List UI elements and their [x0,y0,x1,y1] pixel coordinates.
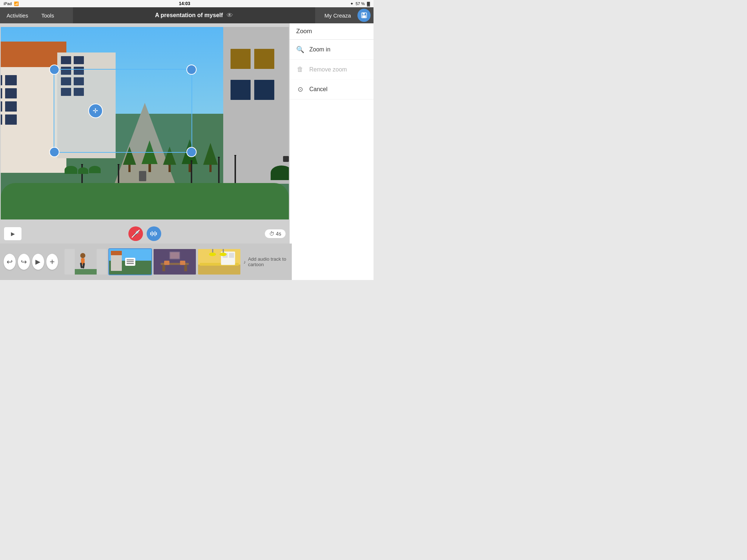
thumb-menu-icon [125,258,135,266]
zoom-handle-bottom-left[interactable] [49,147,59,157]
svg-point-31 [220,253,227,256]
redo-button[interactable]: ↪ [18,254,30,270]
presentation-title: A presentation of myself [155,12,223,19]
time-display: 14:03 [179,1,190,6]
timeline-thumb-3[interactable] [153,248,197,275]
eye-icon[interactable]: 👁 [227,12,233,19]
bottom-toolbar: ↩ ↪ ▶ + [0,244,292,280]
svg-rect-3 [150,232,151,235]
timeline-thumb-4[interactable] [197,248,241,275]
search-icon: 🔍 [296,46,304,54]
activities-button[interactable]: Activities [0,7,35,23]
tools-button[interactable]: Tools [35,7,61,23]
timeline [64,248,241,275]
add-audio-text: Add audio track to cartoon [248,256,288,267]
zoom-panel: Zoom 🔍 Zoom in 🗑 Remove zoom ⊙ Cancel [290,23,374,280]
canvas-area: ✛ ▶ 🎤 [0,23,290,280]
svg-rect-2 [362,15,366,18]
timeline-thumb-2[interactable] [108,248,152,275]
add-button[interactable]: + [46,254,58,270]
device-label: iPad [4,1,12,6]
cancel-icon: ⊙ [296,85,304,93]
svg-rect-21 [170,252,179,258]
scene-container[interactable]: ✛ [1,27,289,219]
duration-badge: ⏱ 4s [264,229,286,238]
my-creaza-button[interactable]: My Creaza [318,7,357,23]
svg-rect-6 [155,231,155,236]
trash-can [139,171,146,181]
battery-label: 57 % [356,1,365,6]
battery-icon: ▓ [367,1,370,6]
zoom-selection-box[interactable]: ✛ [54,69,192,153]
svg-rect-17 [184,265,187,271]
play-button[interactable]: ▶ [4,227,22,241]
cancel-item[interactable]: ⊙ Cancel [290,79,374,100]
audio-wave-button[interactable] [147,226,161,241]
svg-point-29 [209,253,216,256]
svg-rect-7 [156,232,157,235]
svg-rect-18 [164,261,170,265]
svg-point-10 [80,253,85,258]
zoom-handle-bottom-right[interactable] [186,147,197,157]
zoom-in-item[interactable]: 🔍 Zoom in [290,40,374,60]
clock-icon: ⏱ [269,231,274,237]
bluetooth-icon: ✦ [350,1,353,6]
svg-rect-19 [180,261,186,265]
svg-rect-23 [198,265,240,275]
trash-icon: 🗑 [296,66,304,73]
wifi-icon: 📶 [14,1,19,6]
zoom-panel-header: Zoom [290,23,374,40]
mute-mic-button[interactable]: 🎤 [128,226,143,241]
duration-label: 4s [276,231,281,237]
zoom-move-handle[interactable]: ✛ [88,104,103,118]
undo-button[interactable]: ↩ [4,254,16,270]
main-layout: ✛ ▶ 🎤 [0,23,374,280]
building-right [223,27,289,184]
play-large-button[interactable]: ▶ [32,254,44,270]
svg-rect-27 [229,253,234,258]
status-bar: iPad 📶 14:03 ✦ 57 % ▓ [0,0,374,7]
nav-bar: Activities Tools A presentation of mysel… [0,7,374,23]
svg-rect-9 [75,269,97,275]
zoom-in-label: Zoom in [309,46,330,53]
cancel-label: Cancel [309,86,328,93]
ground-hill [1,183,289,219]
add-audio-label[interactable]: ♪ Add audio track to cartoon [243,256,288,267]
svg-rect-16 [163,265,166,271]
timeline-thumb-1[interactable] [64,248,108,275]
zoom-handle-top-right[interactable] [186,65,197,75]
svg-rect-4 [152,231,152,236]
remove-zoom-item: 🗑 Remove zoom [290,60,374,79]
controls-bar: ▶ 🎤 ⏱ [0,223,290,244]
remove-zoom-label: Remove zoom [309,66,347,73]
svg-rect-1 [363,13,365,15]
bushes-left [65,166,101,174]
svg-rect-5 [153,232,154,235]
zoom-handle-top-left[interactable] [49,65,59,75]
music-note-icon: ♪ [243,259,246,265]
save-button[interactable] [357,9,371,22]
